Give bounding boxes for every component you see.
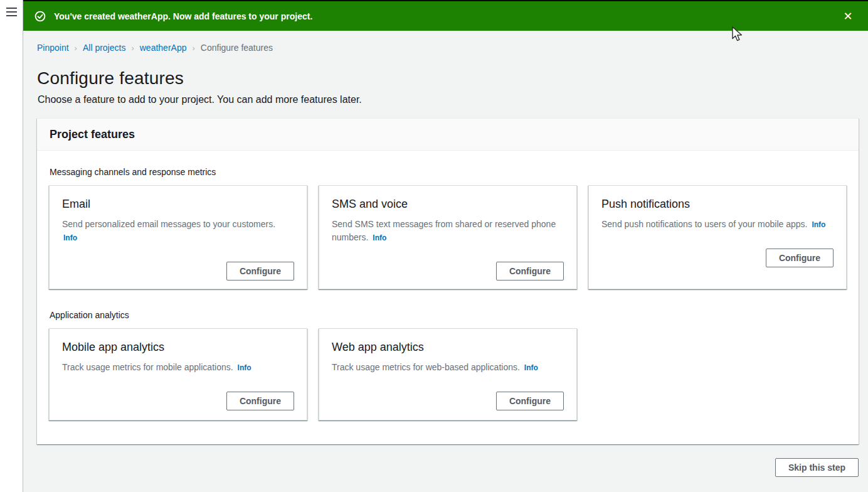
push-notifications-info-link[interactable]: Info xyxy=(812,220,825,229)
card-sms-voice: SMS and voice Send SMS text messages fro… xyxy=(319,185,577,289)
card-sms-voice-title: SMS and voice xyxy=(332,198,564,211)
card-push-notifications: Push notifications Send push notificatio… xyxy=(588,185,847,289)
card-web-analytics-actions: Configure xyxy=(332,392,564,410)
card-email-description: Send personalized email messages to your… xyxy=(62,218,294,245)
page-subtitle: Choose a feature to add to your project.… xyxy=(38,94,868,105)
card-web-analytics: Web app analytics Track usage metrics fo… xyxy=(319,328,577,420)
sms-voice-info-link[interactable]: Info xyxy=(373,233,386,242)
card-push-notifications-actions: Configure xyxy=(601,249,834,267)
window-top-edge xyxy=(23,0,868,1)
analytics-cards-row: Mobile app analytics Track usage metrics… xyxy=(49,328,847,420)
card-push-notifications-description: Send push notifications to users of your… xyxy=(601,218,834,232)
web-analytics-info-link[interactable]: Info xyxy=(524,363,538,372)
breadcrumb-all-projects[interactable]: All projects xyxy=(83,43,125,53)
card-push-notifications-title: Push notifications xyxy=(601,198,834,211)
banner-message: You've created weatherApp. Now add featu… xyxy=(54,11,840,21)
card-sms-voice-description: Send SMS text messages from shared or re… xyxy=(332,218,564,245)
configure-push-notifications-button[interactable]: Configure xyxy=(766,249,834,267)
configure-sms-voice-button[interactable]: Configure xyxy=(496,262,564,281)
breadcrumb-separator-icon: › xyxy=(192,43,194,53)
card-web-analytics-title: Web app analytics xyxy=(332,341,564,354)
configure-mobile-analytics-button[interactable]: Configure xyxy=(226,392,294,410)
panel-header: Project features xyxy=(37,119,859,151)
panel-body: Messaging channels and response metrics … xyxy=(37,151,859,444)
success-flash-banner: You've created weatherApp. Now add featu… xyxy=(23,1,868,31)
breadcrumb-weatherapp[interactable]: weatherApp xyxy=(140,43,187,53)
card-web-analytics-description: Track usage metrics for web-based applic… xyxy=(332,361,564,375)
menu-hamburger-icon[interactable] xyxy=(6,8,17,16)
card-email-title: Email xyxy=(62,198,294,211)
card-sms-voice-actions: Configure xyxy=(332,262,564,281)
card-email-actions: Configure xyxy=(62,262,294,281)
skip-this-step-button[interactable]: Skip this step xyxy=(775,458,859,477)
project-features-panel: Project features Messaging channels and … xyxy=(37,118,859,444)
status-positive-icon xyxy=(34,11,46,22)
breadcrumb-separator-icon: › xyxy=(131,43,134,53)
configure-web-analytics-button[interactable]: Configure xyxy=(496,392,564,410)
email-info-link[interactable]: Info xyxy=(63,232,77,245)
section-label-analytics: Application analytics xyxy=(50,310,847,320)
side-nav-strip xyxy=(0,0,23,492)
footer-actions: Skip this step xyxy=(23,458,859,477)
breadcrumb-current: Configure features xyxy=(201,43,273,53)
section-label-messaging: Messaging channels and response metrics xyxy=(50,167,847,177)
messaging-cards-row: Email Send personalized email messages t… xyxy=(49,185,847,289)
main-content: Pinpoint›All projects›weatherApp›Configu… xyxy=(23,31,868,492)
page-title: Configure features xyxy=(37,68,868,88)
breadcrumb: Pinpoint›All projects›weatherApp›Configu… xyxy=(23,31,868,53)
configure-email-button[interactable]: Configure xyxy=(226,262,294,281)
panel-title: Project features xyxy=(50,128,846,141)
close-icon[interactable]: ✕ xyxy=(840,9,855,24)
mobile-analytics-info-link[interactable]: Info xyxy=(238,363,251,372)
card-mobile-analytics: Mobile app analytics Track usage metrics… xyxy=(49,328,307,420)
card-mobile-analytics-actions: Configure xyxy=(62,392,294,410)
card-mobile-analytics-title: Mobile app analytics xyxy=(62,341,294,354)
breadcrumb-pinpoint[interactable]: Pinpoint xyxy=(37,43,69,53)
breadcrumb-separator-icon: › xyxy=(75,43,77,53)
card-email: Email Send personalized email messages t… xyxy=(49,185,307,289)
card-mobile-analytics-description: Track usage metrics for mobile applicati… xyxy=(62,361,294,375)
